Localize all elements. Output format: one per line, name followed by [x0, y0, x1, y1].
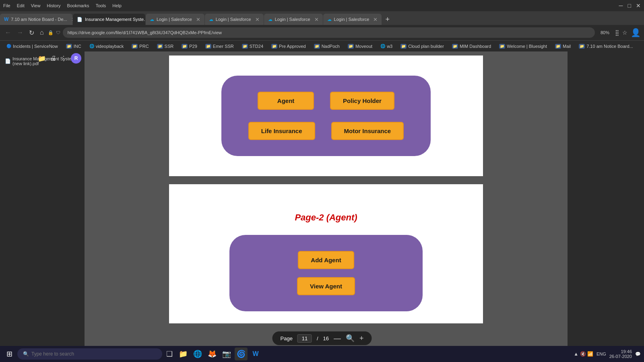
tab-pdf[interactable]: 📄 Insurance Management Syste... ✕	[73, 14, 145, 25]
minimize-button[interactable]: ─	[619, 2, 623, 9]
tab-word[interactable]: W 7.10 am Notice Board - De... ✕	[0, 14, 72, 25]
menu-edit[interactable]: Edit	[17, 3, 25, 8]
tab-sf1[interactable]: ☁ Login | Salesforce ✕	[146, 14, 204, 25]
tab-pdf-label: Insurance Management Syste...	[85, 17, 145, 22]
taskbar-word[interactable]: W	[249, 348, 262, 360]
bookmark-p29-label: P29	[189, 44, 197, 49]
maximize-button[interactable]: □	[628, 2, 631, 9]
reload-button[interactable]: ↻	[27, 29, 36, 37]
bookmark-video-label: videoplayback	[96, 44, 124, 49]
menu-bar: File Edit View History Bookmarks Tools H…	[3, 3, 122, 8]
menu-tools[interactable]: Tools	[96, 3, 106, 8]
bookmark-preapproved[interactable]: 📁 Pre Approved	[268, 43, 309, 49]
sf2-icon: ☁	[209, 17, 213, 22]
bookmark-std-label: STD24	[250, 44, 263, 49]
sf3-icon: ☁	[268, 17, 272, 22]
bookmark-prc[interactable]: 📁 PRC	[128, 43, 152, 49]
task-view-button[interactable]: ❑	[164, 350, 175, 358]
pdf-zoom-in-button[interactable]: +	[359, 334, 364, 343]
bookmark-bluesight[interactable]: 📁 Welcome | Bluesight	[496, 43, 550, 49]
bookmark-inc[interactable]: 📁 INC	[63, 43, 85, 49]
menu-help[interactable]: Help	[112, 3, 122, 8]
add-agent-button[interactable]: Add Agent	[298, 251, 354, 269]
life-insurance-button[interactable]: Life Insurance	[248, 122, 315, 140]
taskbar-time-display: 19:46	[609, 349, 632, 354]
title-bar: File Edit View History Bookmarks Tools H…	[0, 0, 644, 11]
forward-button[interactable]: →	[15, 29, 25, 36]
taskbar-edge[interactable]: 🌐	[191, 348, 204, 360]
bookmark-std-icon: 📁	[242, 44, 248, 49]
tab-sf3-close[interactable]: ✕	[314, 16, 319, 23]
close-button[interactable]: ✕	[636, 2, 641, 9]
menu-history[interactable]: History	[47, 3, 60, 8]
bookmark-cloud[interactable]: 📁 Cloud plan builder	[397, 43, 447, 49]
bookmark-ssr[interactable]: 📁 SSR	[154, 43, 177, 49]
url-input[interactable]	[63, 27, 595, 38]
bookmark-std24[interactable]: 📁 STD24	[239, 43, 266, 49]
new-tab-button[interactable]: +	[382, 14, 393, 25]
bookmark-p29[interactable]: 📁 P29	[178, 43, 200, 49]
tab-sf3[interactable]: ☁ Login | Salesforce ✕	[264, 14, 323, 25]
more-options-icon[interactable]: ⋮	[60, 55, 67, 62]
taskbar-clock: 19:46 26-07-2020	[609, 349, 632, 359]
bookmark-mim[interactable]: 📁 MIM Dashboard	[449, 43, 494, 49]
bookmark-icon[interactable]: ☆	[622, 29, 627, 36]
bookmark-pre-icon: 📁	[271, 44, 277, 49]
bookmark-nadpoch[interactable]: 📁 NadPoch	[311, 43, 343, 49]
tab-sf2[interactable]: ☁ Login | Salesforce ✕	[205, 14, 264, 25]
sf1-icon: ☁	[150, 17, 154, 22]
start-button[interactable]: ⊞	[3, 350, 16, 358]
bookmark-moveout[interactable]: 📁 Moveout	[345, 43, 376, 49]
tab-sf4[interactable]: ☁ Login | Salesforce ✕	[323, 14, 382, 25]
bookmark-notice-label: 7.10 am Notice Board...	[586, 44, 633, 49]
taskbar-camera[interactable]: 📷	[220, 348, 233, 360]
bookmark-mim-label: MIM Dashboard	[460, 44, 491, 49]
search-icon: 🔍	[23, 351, 29, 357]
bookmark-prc-label: PRC	[139, 44, 149, 49]
bookmark-move-label: Moveout	[355, 44, 372, 49]
profile-icon[interactable]: 👤	[631, 28, 641, 37]
view-agent-button[interactable]: View Agent	[297, 277, 355, 295]
pdf-page-input[interactable]	[297, 334, 312, 343]
avatar[interactable]: R	[71, 53, 81, 64]
menu-file[interactable]: File	[3, 3, 10, 8]
taskbar-firefox[interactable]: 🦊	[206, 348, 219, 360]
tab-sf1-close[interactable]: ✕	[196, 16, 200, 23]
taskbar-chrome[interactable]: 🌀	[235, 348, 248, 360]
tab-sf2-close[interactable]: ✕	[255, 16, 260, 23]
bookmark-incidents[interactable]: 🔵 Incidents | ServiceNow	[3, 43, 61, 49]
taskbar-search-input[interactable]	[31, 351, 144, 357]
bookmark-notice-icon: 📁	[579, 44, 585, 49]
pdf-icon: 📄	[77, 17, 83, 22]
extensions-icon[interactable]: ⣿	[615, 29, 619, 36]
bookmarks-bar: 🔵 Incidents | ServiceNow 📁 INC 🌐 videopl…	[0, 40, 644, 51]
back-button[interactable]: ←	[3, 29, 13, 36]
motor-insurance-button[interactable]: Motor Insurance	[331, 122, 404, 140]
bookmark-emer-ssr[interactable]: 📁 Emer SSR	[202, 43, 237, 49]
home-button[interactable]: ⌂	[38, 29, 45, 36]
taskbar-file-explorer[interactable]: 📁	[177, 348, 190, 360]
bookmark-inc-label: INC	[74, 44, 81, 49]
notification-center-icon[interactable]: 💬	[635, 352, 641, 357]
print-icon[interactable]: 🖨	[50, 55, 56, 62]
bookmark-video[interactable]: 🌐 videoplayback	[86, 43, 127, 49]
pdf-file-icon: 📄	[5, 58, 11, 64]
taskbar-search-box[interactable]: 🔍	[17, 348, 162, 360]
toolbar-icons: ⣿ ☆ 👤	[615, 28, 641, 37]
folder-icon[interactable]: 📁	[38, 55, 46, 62]
tab-word-close[interactable]: ✕	[71, 16, 72, 23]
bookmark-w3[interactable]: 🌐 w3	[377, 43, 396, 49]
pdf-page-1: Agent Policy Holder Life Insurance Motor…	[169, 56, 483, 176]
menu-view[interactable]: View	[31, 3, 41, 8]
pdf-zoom-out-button[interactable]: —	[334, 334, 341, 343]
menu-bookmarks[interactable]: Bookmarks	[67, 3, 89, 8]
word-icon: W	[4, 16, 8, 22]
pdf-zoom-reset-button[interactable]: 🔍	[346, 334, 355, 343]
bookmark-mail[interactable]: 📁 Mail	[552, 43, 574, 49]
bookmark-notice[interactable]: 📁 7.10 am Notice Board...	[576, 43, 636, 49]
tab-sf2-label: Login | Salesforce	[216, 17, 251, 22]
policy-holder-button[interactable]: Policy Holder	[330, 92, 394, 110]
language-indicator: ENG	[597, 352, 606, 356]
agent-button[interactable]: Agent	[258, 92, 314, 110]
tab-sf4-close[interactable]: ✕	[373, 16, 378, 23]
